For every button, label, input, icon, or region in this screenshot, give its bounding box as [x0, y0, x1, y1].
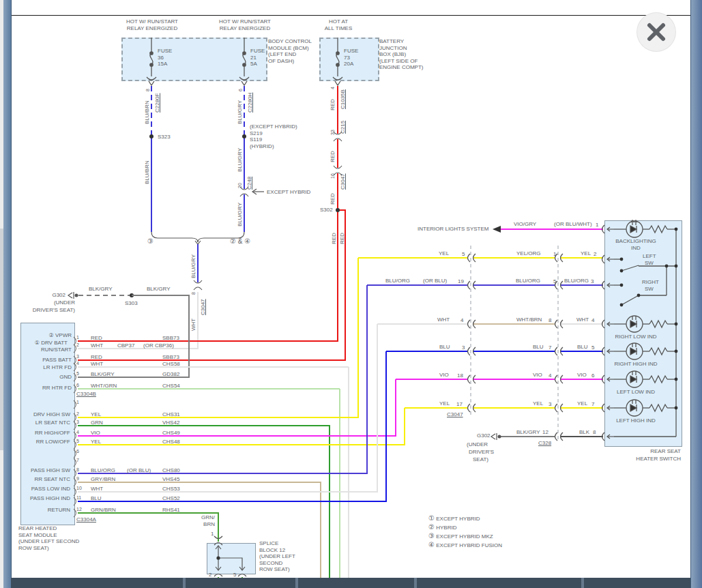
wire-color-label: YEL: [581, 250, 591, 257]
wire-color-label: BLU: [577, 344, 588, 351]
pin-label: 7: [591, 401, 594, 408]
wire-color-label: BLU: [439, 344, 450, 351]
pin-label: 1: [553, 251, 556, 258]
circuit-code: CHS54: [162, 383, 180, 389]
pin-label: 16: [330, 173, 336, 179]
wire-color-label: BLU/ORG: [91, 467, 115, 474]
fuse-73-label: FUSE7320A: [344, 48, 358, 68]
connector-label: C3047: [447, 411, 463, 418]
wire-color-label: BLU: [91, 495, 102, 502]
wire-color-label: WHT: [91, 342, 103, 349]
switch-label: SW: [645, 260, 654, 267]
close-button[interactable]: [637, 13, 675, 51]
pin-label: 9: [76, 475, 79, 482]
splice-label: S303: [125, 300, 138, 307]
wire-color-label: WHT: [437, 317, 450, 323]
wire-color-label: BLK/GRY: [147, 286, 171, 293]
pin-label: 12: [542, 429, 549, 436]
note-ref: ③: [147, 238, 153, 245]
note-ref: ② & ④: [230, 238, 250, 245]
module-pin-brackets: [74, 337, 76, 517]
splice-s323-dot: [149, 134, 153, 138]
pin-label: 1: [76, 399, 79, 406]
fuse-36-label: FUSE3615A: [158, 48, 172, 68]
wire-color-label: BLU/ORG: [516, 278, 540, 284]
pin-label: 20: [237, 183, 244, 188]
wire-red-feed: [78, 86, 345, 360]
pin-label: 18: [457, 372, 463, 379]
pin-label: 8: [593, 429, 596, 436]
wire-color-label: BLU/ORG: [564, 278, 589, 284]
pin-label: 6: [76, 382, 79, 389]
pin-label: 4: [76, 360, 79, 367]
wire-color-label: WHT: [190, 319, 197, 331]
wire-color-label: BLU/GRY: [190, 254, 197, 278]
wire-color-label: WHT/BRN: [516, 317, 542, 323]
wire-color-label: RED: [91, 335, 102, 342]
connector-label: C248: [246, 177, 253, 190]
wire-color-alt: (OR BLU): [423, 278, 447, 284]
ground-label: G302: [477, 432, 491, 439]
circuit-code: GD382: [162, 371, 179, 378]
fuse-36-symbol: [147, 38, 156, 85]
wire-color-label: RED: [331, 233, 338, 244]
pin-label: 17: [456, 401, 463, 408]
wire-color-label: RED: [91, 354, 102, 361]
pin-label: 8: [76, 467, 79, 473]
pin-label: 4: [591, 317, 594, 324]
circuit-code: CBP37: [117, 342, 134, 349]
switch-caption: HEATER SWITCH: [619, 456, 681, 462]
circuit-code: CHS48: [162, 439, 180, 445]
pin-label: 3: [549, 401, 551, 408]
pin-label: 6: [237, 89, 244, 91]
wire-color-label: VIO: [577, 372, 587, 379]
wire-color-label: RED: [330, 151, 336, 162]
ground-location: SEAT): [473, 456, 488, 463]
wire-color-label: YEL: [439, 400, 450, 407]
wire-color-label: BLU/GRY: [237, 148, 244, 172]
module-pin-function: RR HTR FD: [14, 385, 72, 392]
wire-color-label: RED: [330, 99, 336, 111]
ground-g302-left-symbol: [68, 292, 74, 299]
fuse-73-symbol: [333, 38, 342, 85]
interior-lights-arrow: [493, 226, 501, 233]
connector-label: C215: [340, 121, 347, 134]
wire-color-label: BLU/ORG: [385, 278, 410, 284]
module-pin-function: RR HIGH/OFF: [12, 430, 70, 437]
module-pin-function: DRV HIGH SW: [12, 411, 70, 418]
switch-label: SW: [645, 286, 654, 293]
switch-caption: REAR SEAT: [619, 448, 681, 455]
note-item: ③ EXCEPT HYBRID MKZ: [428, 533, 493, 540]
connector-label: C328: [538, 440, 551, 447]
bjb-label: BATTERYJUNCTIONBOX (BJB)(LEFT SIDE OFENG…: [379, 38, 423, 71]
circuit-code: CHS58: [162, 361, 180, 368]
circuit-code-alt: (OR CBP36): [143, 342, 174, 349]
pin-label: 4: [330, 87, 336, 89]
wire-color-label: BLK/GRY: [89, 286, 113, 293]
pin-label: 4: [76, 429, 79, 436]
pin-label: 3: [591, 278, 594, 285]
bottom-panel-bar: [11, 578, 690, 588]
splice-block-label: SPLICEBLOCK 12(UNDER LEFTSECONDROW SEAT): [259, 540, 295, 573]
pin-label: 2: [76, 342, 79, 349]
wire-color-label: VIO/GRY: [514, 221, 536, 228]
offpage-ref: INTERIOR LIGHTS SYSTEM: [418, 226, 488, 233]
ground-location: (UNDER: [14, 299, 75, 306]
wire-color-label: WHT: [91, 361, 103, 368]
module-pin-function: PASS HIGH IND: [12, 495, 70, 502]
connector-label: C2280H: [247, 93, 254, 113]
bottom-panel-divider: [581, 578, 584, 588]
wire-color-label: YEL/ORG: [516, 250, 541, 257]
splice-s302-dot: [336, 208, 340, 212]
connector-label: C1035B: [340, 89, 347, 109]
left-frame-bar: [3, 0, 12, 588]
switch-label: RIGHT: [642, 279, 659, 286]
ground-g302-right-symbol: [491, 433, 497, 440]
connector-label: C3304B: [76, 391, 96, 398]
feed-header: HOT W/ RUN/STARTRELAY ENERGIZED: [214, 18, 276, 31]
bottom-panel-divider: [414, 578, 417, 588]
feed-header: HOT W/ RUN/STARTRELAY ENERGIZED: [121, 18, 184, 31]
pin-label: 4: [460, 317, 463, 324]
module-pin-function: LR SEAT NTC: [12, 420, 70, 426]
wire-color-label: VIO: [439, 372, 449, 379]
